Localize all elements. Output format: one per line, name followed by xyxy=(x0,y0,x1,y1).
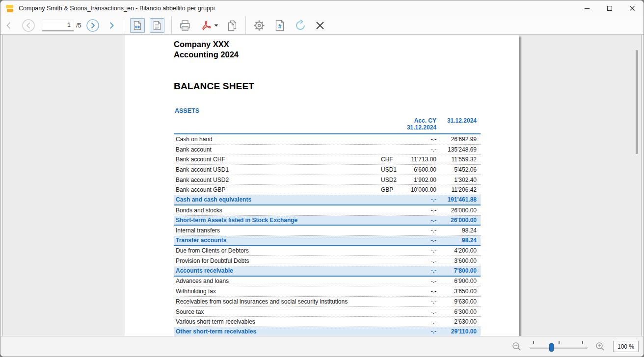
table-row: Withholding tax -.- 3'650.00 xyxy=(174,286,481,297)
table-row: Bank account USD1 USD1 6'600.00 5'452.06 xyxy=(174,165,481,175)
copy-button[interactable] xyxy=(226,19,239,32)
zoom-percent-input[interactable] xyxy=(613,341,639,352)
doc-title: BALANCE SHEET xyxy=(174,81,254,92)
row-acc-cy-value: -.- xyxy=(403,207,436,214)
zoom-slider-track[interactable] xyxy=(530,347,588,349)
row-balance-value: 4'200.00 xyxy=(436,247,481,254)
previous-page-icon xyxy=(22,19,35,32)
table-row: Bank account GBP GBP 10'000.00 11'206.42 xyxy=(174,185,481,195)
row-balance-value: 11'559.32 xyxy=(436,156,481,163)
row-label: Receivables from social insurances and s… xyxy=(174,298,381,305)
app-logo-icon xyxy=(6,4,14,13)
fit-width-icon xyxy=(132,20,143,31)
fit-page-button[interactable] xyxy=(150,18,164,33)
preview-area: Company XXX Accounting 2024 BALANCE SHEE… xyxy=(2,35,642,337)
balance-table: Cash on hand -.- 26'692.99 Bank account … xyxy=(174,133,481,337)
table-row: Accounts receivable -.- 7'800.00 xyxy=(174,266,481,277)
previous-page-button[interactable] xyxy=(22,19,35,32)
refresh-button[interactable] xyxy=(294,19,307,32)
row-currency: USD2 xyxy=(381,177,403,183)
page-numbering-button[interactable]: # xyxy=(274,19,286,32)
app-window: Company Smith & Soons_transactions_en - … xyxy=(0,0,644,357)
titlebar: Company Smith & Soons_transactions_en - … xyxy=(0,0,644,16)
row-balance-value: 191'461.88 xyxy=(436,196,481,203)
refresh-icon xyxy=(294,19,307,32)
row-label: Bank account GBP xyxy=(174,186,381,193)
export-pdf-icon xyxy=(200,20,213,31)
row-label: Source tax xyxy=(174,308,381,315)
row-label: Various short-term receivables xyxy=(174,318,381,325)
row-balance-value: 135'248.69 xyxy=(436,146,481,153)
close-window-button[interactable] xyxy=(621,0,644,16)
print-icon xyxy=(179,19,191,32)
last-page-icon xyxy=(107,21,116,30)
toolbar-separator xyxy=(171,16,172,35)
row-label: Short-term Assets listed in Stock Exchan… xyxy=(174,217,381,224)
toolbar-separator xyxy=(123,16,123,35)
close-preview-button[interactable] xyxy=(315,21,325,30)
row-balance-value: 26'000.00 xyxy=(436,207,481,214)
row-acc-cy-value: -.- xyxy=(403,136,436,143)
export-pdf-button[interactable] xyxy=(200,20,218,31)
zoom-out-icon xyxy=(511,341,522,352)
row-acc-cy-value: -.- xyxy=(403,257,436,264)
row-acc-cy-value: -.- xyxy=(403,227,436,234)
row-acc-cy-value: -.- xyxy=(403,267,436,274)
row-acc-cy-value: -.- xyxy=(403,247,436,254)
fit-width-button[interactable] xyxy=(130,18,145,33)
row-label: Bonds and stocks xyxy=(174,207,381,214)
row-balance-value: 5'452.06 xyxy=(436,166,481,173)
col-header-balance: 31.12.2024 xyxy=(436,118,481,131)
doc-section-assets: ASSETS xyxy=(175,107,199,114)
row-label: Bank account CHF xyxy=(174,156,381,163)
zoom-slider[interactable] xyxy=(530,340,588,353)
row-label: Accounts receivable xyxy=(174,267,381,274)
copy-icon xyxy=(226,19,239,32)
table-row: Various short-term receivables -.- 2'630… xyxy=(174,317,481,327)
settings-button[interactable] xyxy=(253,19,266,32)
doc-accounting-year: Accounting 2024 xyxy=(174,50,239,60)
zoom-slider-handle[interactable] xyxy=(549,343,554,352)
zoom-out-button[interactable] xyxy=(511,341,522,352)
preview-toolbar: /5 xyxy=(0,16,644,35)
table-row: Bonds and stocks -.- 26'000.00 xyxy=(174,205,481,216)
table-row: Source tax -.- 6'300.00 xyxy=(174,307,481,317)
vertical-scrollbar-thumb[interactable] xyxy=(636,50,638,154)
row-balance-value: 2'630.00 xyxy=(436,318,481,325)
maximize-button[interactable] xyxy=(598,0,621,16)
table-row: Internal transfers -.- 98.24 xyxy=(174,226,481,236)
table-row: Cash on hand -.- 26'692.99 xyxy=(174,134,481,145)
print-button[interactable] xyxy=(179,19,191,32)
row-balance-value: 29'110.00 xyxy=(436,328,481,335)
row-acc-cy-value: -.- xyxy=(403,298,436,305)
row-balance-value: 3'650.00 xyxy=(436,288,481,295)
zoom-in-icon xyxy=(595,341,606,352)
doc-company-name: Company XXX xyxy=(174,39,239,50)
row-balance-value: 11'206.42 xyxy=(436,186,481,193)
fit-page-icon xyxy=(152,20,162,31)
row-label: Bank account USD1 xyxy=(174,166,381,173)
zoom-in-button[interactable] xyxy=(595,341,606,352)
first-page-button[interactable] xyxy=(4,21,13,30)
row-label: Bank account USD2 xyxy=(174,177,381,183)
table-column-headers: Acc. CY 31.12.2024 31.12.2024 xyxy=(174,118,481,131)
settings-gear-icon xyxy=(253,19,266,32)
row-currency: CHF xyxy=(381,156,403,163)
statusbar xyxy=(0,336,644,357)
page-numbering-icon: # xyxy=(274,19,286,32)
row-acc-cy-value: -.- xyxy=(403,328,436,335)
slider-tick xyxy=(559,341,560,344)
minimize-button[interactable] xyxy=(576,0,598,16)
row-label: Provision for Doubtful Debts xyxy=(174,257,381,264)
row-balance-value: 6'300.00 xyxy=(436,308,481,315)
row-acc-cy-value: 6'600.00 xyxy=(403,166,436,173)
close-preview-icon xyxy=(315,21,325,30)
row-acc-cy-value: 10'000.00 xyxy=(403,186,436,193)
row-acc-cy-value: -.- xyxy=(403,146,436,153)
page-number-input[interactable] xyxy=(42,20,74,31)
last-page-button[interactable] xyxy=(107,21,116,30)
row-label: Internal transfers xyxy=(174,227,381,234)
row-label: Bank account xyxy=(174,146,381,153)
next-page-button[interactable] xyxy=(86,19,100,32)
row-balance-value: 9'630.00 xyxy=(436,298,481,305)
